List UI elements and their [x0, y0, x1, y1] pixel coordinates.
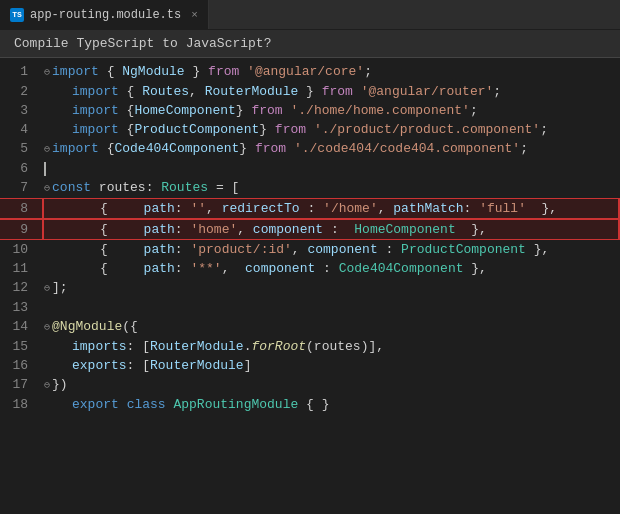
title-text: Compile TypeScript to JavaScript? [14, 36, 271, 51]
line-content: import {HomeComponent} from './home/home… [40, 101, 620, 120]
code-line: 13 [0, 298, 620, 317]
code-line: 17 ⊖}) [0, 375, 620, 395]
tab-filename: app-routing.module.ts [30, 8, 181, 22]
line-content: { path: '', redirectTo : '/home', pathMa… [40, 199, 620, 218]
code-line: 11 { path: '**', component : Code404Comp… [0, 259, 620, 278]
tab-close-button[interactable]: × [191, 9, 198, 21]
line-number: 12 [0, 278, 40, 297]
line-number: 13 [0, 298, 40, 317]
line-content [40, 159, 620, 178]
line-content: { path: 'product/:id', component : Produ… [40, 240, 620, 259]
line-content: import {ProductComponent} from './produc… [40, 120, 620, 139]
code-line: 7 ⊖const routes: Routes = [ [0, 178, 620, 198]
line-number: 16 [0, 356, 40, 375]
line-number: 14 [0, 317, 40, 336]
code-line: 1 ⊖import { NgModule } from '@angular/co… [0, 62, 620, 82]
line-number: 2 [0, 82, 40, 101]
line-content: ⊖@NgModule({ [40, 317, 620, 337]
code-line-highlighted: 8 { path: '', redirectTo : '/home', path… [0, 198, 620, 219]
code-line: 14 ⊖@NgModule({ [0, 317, 620, 337]
line-number: 7 [0, 178, 40, 197]
code-line: 18 export class AppRoutingModule { } [0, 395, 620, 414]
code-line: 12 ⊖]; [0, 278, 620, 298]
code-line-highlighted: 9 { path: 'home', component : HomeCompon… [0, 219, 620, 240]
line-number: 6 [0, 159, 40, 178]
code-line: 15 imports: [RouterModule.forRoot(routes… [0, 337, 620, 356]
line-content: { path: 'home', component : HomeComponen… [40, 220, 620, 239]
line-number: 1 [0, 62, 40, 81]
code-line: 16 exports: [RouterModule] [0, 356, 620, 375]
line-content: import { Routes, RouterModule } from '@a… [40, 82, 620, 101]
file-tab[interactable]: TS app-routing.module.ts × [0, 0, 209, 29]
code-line: 6 [0, 159, 620, 178]
code-line: 4 import {ProductComponent} from './prod… [0, 120, 620, 139]
line-number: 11 [0, 259, 40, 278]
line-number: 9 [0, 220, 40, 239]
line-content: ⊖import {Code404Component} from './code4… [40, 139, 620, 159]
tab-bar: TS app-routing.module.ts × [0, 0, 620, 30]
line-number: 18 [0, 395, 40, 414]
line-number: 17 [0, 375, 40, 394]
line-number: 3 [0, 101, 40, 120]
line-content: ⊖const routes: Routes = [ [40, 178, 620, 198]
line-content: ⊖import { NgModule } from '@angular/core… [40, 62, 620, 82]
line-number: 10 [0, 240, 40, 259]
code-line: 5 ⊖import {Code404Component} from './cod… [0, 139, 620, 159]
code-editor[interactable]: 1 ⊖import { NgModule } from '@angular/co… [0, 58, 620, 508]
code-line: 2 import { Routes, RouterModule } from '… [0, 82, 620, 101]
line-content: ⊖]; [40, 278, 620, 298]
title-bar: Compile TypeScript to JavaScript? [0, 30, 620, 58]
line-number: 4 [0, 120, 40, 139]
line-content: { path: '**', component : Code404Compone… [40, 259, 620, 278]
line-content: ⊖}) [40, 375, 620, 395]
line-number: 5 [0, 139, 40, 158]
typescript-icon: TS [10, 8, 24, 22]
code-line: 3 import {HomeComponent} from './home/ho… [0, 101, 620, 120]
line-number: 8 [0, 199, 40, 218]
line-number: 15 [0, 337, 40, 356]
line-content: exports: [RouterModule] [40, 356, 620, 375]
code-line: 10 { path: 'product/:id', component : Pr… [0, 240, 620, 259]
line-content: imports: [RouterModule.forRoot(routes)], [40, 337, 620, 356]
line-content: export class AppRoutingModule { } [40, 395, 620, 414]
